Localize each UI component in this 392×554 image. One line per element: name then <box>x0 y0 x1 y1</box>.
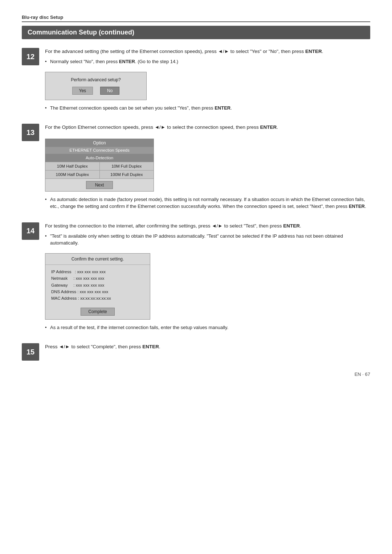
option-row-10m: 10M Half Duplex 10M Full Duplex <box>45 162 154 170</box>
step-13-content: For the Option Ethernet connection speed… <box>45 124 370 212</box>
option-10m-half[interactable]: 10M Half Duplex <box>45 162 100 170</box>
option-subheader: ETHERNET Connection Speeds <box>45 147 154 153</box>
confirm-title: Confirm the current setting. <box>45 254 150 265</box>
step-14-content: For testing the connection to the intern… <box>45 222 370 333</box>
dialog-btn-row: Yes No <box>53 87 139 95</box>
option-footer: Next <box>45 178 154 191</box>
option-row-100m: 100M Half Duplex 100M Full Duplex <box>45 170 154 178</box>
option-row-auto: Auto-Detection <box>45 153 154 162</box>
option-100m-half[interactable]: 100M Half Duplex <box>45 171 100 178</box>
confirm-body: IP Address : xxx xxx xxx xxx Netmask : x… <box>45 265 150 305</box>
step-14-number: 14 <box>22 222 39 240</box>
dialog-question: Perform advanced setup? <box>53 77 139 82</box>
confirm-dialog: Confirm the current setting. IP Address … <box>45 253 150 320</box>
step-15-block: 15 Press ◄/► to select "Complete", then … <box>22 343 370 361</box>
field-gateway: Gateway : xxx xxx xxx xxx <box>51 282 144 288</box>
step-14-block: 14 For testing the connection to the int… <box>22 222 370 333</box>
step-13-block: 13 For the Option Ethernet connection sp… <box>22 124 370 212</box>
page-title: Communication Setup (continued) <box>22 26 370 39</box>
complete-button[interactable]: Complete <box>81 308 114 316</box>
step-14-bullet-1: "Test" is available only when setting to… <box>45 233 370 247</box>
confirm-footer: Complete <box>45 305 150 319</box>
advanced-setup-dialog: Perform advanced setup? Yes No <box>45 72 147 100</box>
step-13-number: 13 <box>22 124 39 141</box>
section-header: Blu-ray disc Setup <box>22 15 370 22</box>
step-13-main-text: For the Option Ethernet connection speed… <box>45 124 370 131</box>
step-12-main-text: For the advanced setting (the setting of… <box>45 48 370 55</box>
step-12-content: For the advanced setting (the setting of… <box>45 48 370 114</box>
step-15-number: 15 <box>22 343 39 361</box>
page-footer: EN · 67 <box>22 372 370 377</box>
field-ip: IP Address : xxx xxx xxx xxx <box>51 268 144 275</box>
field-mac: MAC Address : xx:xx:xx:xx:xx:xx <box>51 295 144 301</box>
option-100m-full[interactable]: 100M Full Duplex <box>100 171 154 178</box>
step-12-after-bullet-1: The Ethernet connection speeds can be se… <box>45 104 370 112</box>
step-13-after-bullet-1: As automatic detection is made (factory … <box>45 196 370 210</box>
step-15-main-text: Press ◄/► to select "Complete", then pre… <box>45 343 370 350</box>
step-12-block: 12 For the advanced setting (the setting… <box>22 48 370 114</box>
field-dns: DNS Address : xxx xxx xxx xxx <box>51 288 144 295</box>
option-10m-full[interactable]: 10M Full Duplex <box>100 162 154 170</box>
step-12-bullet-1: Normally select "No", then press ENTER. … <box>45 58 370 65</box>
no-button[interactable]: No <box>100 87 119 95</box>
step-12-number: 12 <box>22 48 39 65</box>
option-auto-detection[interactable]: Auto-Detection <box>45 154 154 162</box>
field-netmask: Netmask : xxx xxx xxx xxx <box>51 275 144 282</box>
step-14-main-text: For testing the connection to the intern… <box>45 222 370 230</box>
yes-button[interactable]: Yes <box>72 87 93 95</box>
next-button[interactable]: Next <box>86 181 113 189</box>
option-dialog: Option ETHERNET Connection Speeds Auto-D… <box>45 139 154 192</box>
step-15-content: Press ◄/► to select "Complete", then pre… <box>45 343 370 353</box>
step-14-after-bullet-1: As a result of the test, if the internet… <box>45 324 370 331</box>
option-header: Option <box>45 139 154 147</box>
